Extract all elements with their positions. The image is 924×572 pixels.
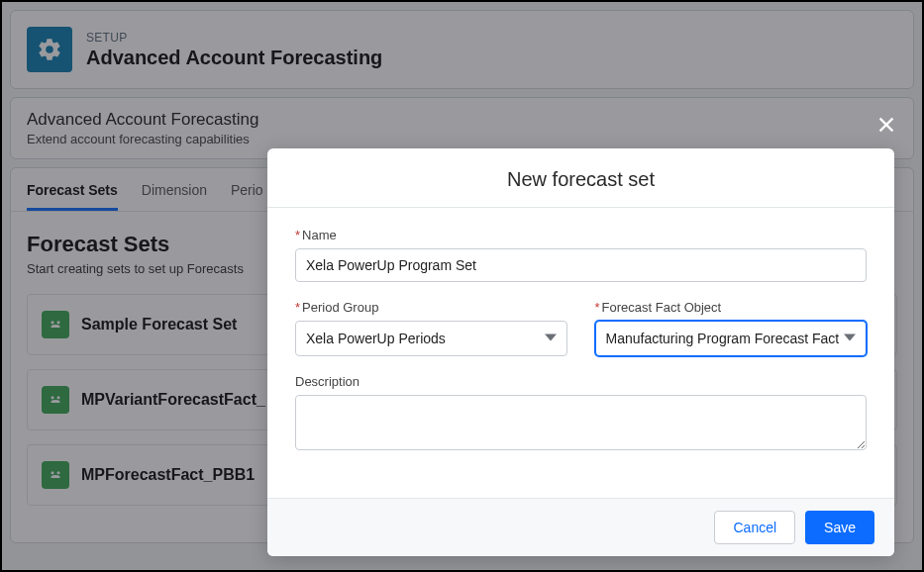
cancel-button[interactable]: Cancel (714, 511, 795, 544)
description-label: Description (295, 374, 867, 389)
name-input[interactable] (295, 248, 867, 282)
modal-footer: Cancel Save (267, 498, 894, 556)
period-group-label: *Period Group (295, 300, 567, 315)
new-forecast-set-modal: New forecast set *Name *Period Group Xel… (267, 148, 894, 556)
fact-object-label: *Forecast Fact Object (595, 300, 868, 315)
fact-object-select[interactable]: Manufacturing Program Forecast Fact (595, 321, 868, 356)
modal-title: New forecast set (267, 148, 894, 208)
name-label: *Name (295, 228, 867, 242)
close-icon[interactable] (873, 111, 900, 139)
period-group-value: Xela PowerUp Periods (306, 331, 446, 346)
chevron-down-icon (844, 331, 856, 346)
period-group-select[interactable]: Xela PowerUp Periods (295, 321, 567, 356)
save-button[interactable]: Save (805, 511, 874, 544)
chevron-down-icon (545, 331, 557, 346)
description-input[interactable] (295, 395, 867, 450)
fact-object-value: Manufacturing Program Forecast Fact (606, 331, 840, 346)
